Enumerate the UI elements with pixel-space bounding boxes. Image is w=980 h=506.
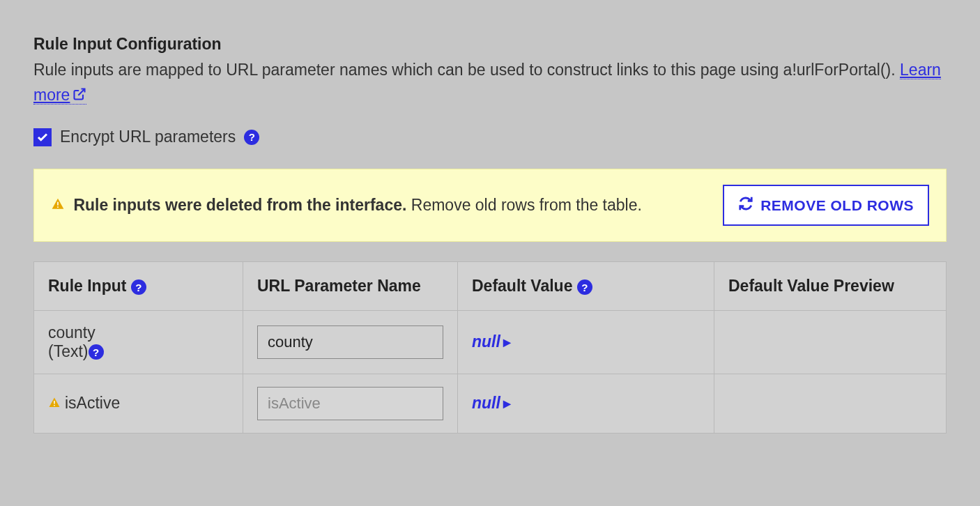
url-param-input bbox=[257, 387, 443, 420]
type-help-icon[interactable]: ? bbox=[89, 344, 104, 360]
svg-line-0 bbox=[79, 89, 85, 95]
default-value-link[interactable]: null▶ bbox=[472, 332, 511, 351]
table-row: county(Text)?null▶ bbox=[34, 310, 947, 374]
encrypt-row: Encrypt URL parameters ? bbox=[33, 128, 947, 146]
warning-icon bbox=[51, 193, 65, 219]
external-link-icon bbox=[72, 84, 86, 109]
svg-rect-3 bbox=[54, 401, 55, 404]
rule-input-type: (Text)? bbox=[48, 342, 229, 361]
header-default-value: Default Value ? bbox=[458, 262, 714, 310]
section-title: Rule Input Configuration bbox=[33, 35, 947, 54]
svg-rect-4 bbox=[54, 405, 55, 406]
rule-input-name: county bbox=[48, 323, 95, 342]
encrypt-checkbox[interactable] bbox=[33, 128, 52, 146]
table-header-row: Rule Input ? URL Parameter Name Default … bbox=[34, 262, 947, 310]
default-value-help-icon[interactable]: ? bbox=[577, 279, 592, 295]
warning-rest: Remove old rows from the table. bbox=[406, 196, 641, 214]
cell-default-preview bbox=[714, 374, 947, 433]
cell-rule-input: county(Text)? bbox=[34, 310, 243, 374]
warning-icon bbox=[48, 394, 61, 413]
refresh-icon bbox=[738, 196, 753, 215]
warning-strong: Rule inputs were deleted from the interf… bbox=[73, 196, 406, 214]
caret-right-icon: ▶ bbox=[503, 337, 511, 348]
svg-rect-1 bbox=[57, 202, 59, 206]
rule-input-config-panel: Rule Input Configuration Rule inputs are… bbox=[0, 0, 980, 461]
header-rule-input: Rule Input ? bbox=[34, 262, 243, 310]
section-description: Rule inputs are mapped to URL parameter … bbox=[33, 58, 947, 108]
header-default-preview: Default Value Preview bbox=[714, 262, 947, 310]
rule-input-name: isActive bbox=[65, 394, 120, 412]
default-value-link[interactable]: null▶ bbox=[472, 394, 511, 413]
cell-default-value: null▶ bbox=[458, 310, 714, 374]
warning-banner: Rule inputs were deleted from the interf… bbox=[33, 169, 947, 242]
header-url-param: URL Parameter Name bbox=[243, 262, 458, 310]
url-param-input[interactable] bbox=[257, 325, 443, 359]
cell-default-value: null▶ bbox=[458, 374, 714, 433]
rule-input-help-icon[interactable]: ? bbox=[131, 279, 146, 295]
cell-url-param bbox=[243, 374, 458, 433]
cell-url-param bbox=[243, 310, 458, 374]
table-row: isActivenull▶ bbox=[34, 374, 947, 433]
rule-input-table: Rule Input ? URL Parameter Name Default … bbox=[33, 261, 947, 433]
remove-old-rows-button[interactable]: REMOVE OLD ROWS bbox=[723, 185, 929, 226]
warning-text: Rule inputs were deleted from the interf… bbox=[51, 192, 706, 219]
cell-rule-input: isActive bbox=[34, 374, 243, 433]
encrypt-label: Encrypt URL parameters bbox=[60, 128, 236, 146]
svg-rect-2 bbox=[57, 206, 59, 208]
cell-default-preview bbox=[714, 310, 947, 374]
description-text: Rule inputs are mapped to URL parameter … bbox=[33, 61, 900, 79]
caret-right-icon: ▶ bbox=[503, 398, 511, 409]
encrypt-help-icon[interactable]: ? bbox=[244, 130, 259, 145]
remove-button-label: REMOVE OLD ROWS bbox=[760, 197, 914, 214]
